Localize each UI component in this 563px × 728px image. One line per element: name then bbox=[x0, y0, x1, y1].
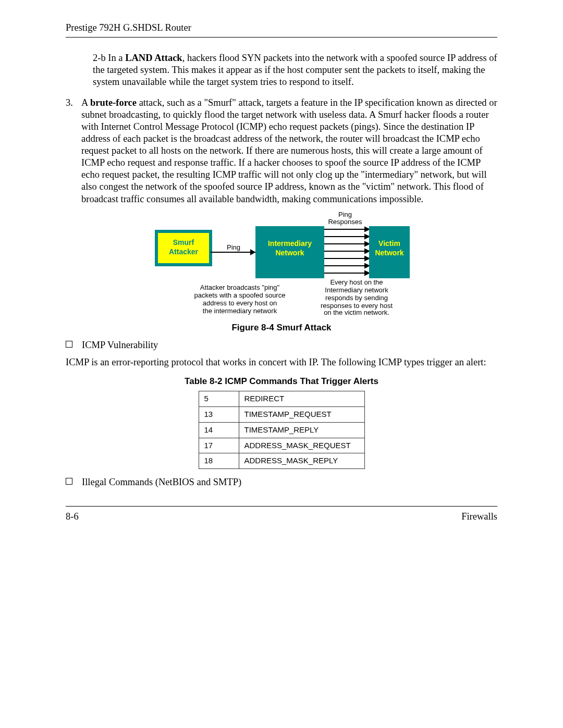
legend-left-4: the intermediary network bbox=[203, 307, 277, 315]
icmp-name: TIMESTAMP_REPLY bbox=[239, 422, 364, 438]
icmp-name: TIMESTAMP_REQUEST bbox=[239, 407, 364, 423]
table-row: 17ADDRESS_MASK_REQUEST bbox=[199, 438, 364, 453]
footer-section: Firewalls bbox=[461, 511, 497, 523]
paragraph-2b: 2-b In a LAND Attack, hackers flood SYN … bbox=[93, 52, 497, 88]
svg-marker-3 bbox=[365, 235, 369, 239]
legend-left-1: Attacker broadcasts "ping" bbox=[200, 283, 280, 291]
smurf-attacker-text2: Attacker bbox=[169, 248, 199, 256]
page-footer: 8-6 Firewalls bbox=[66, 506, 497, 523]
icmp-code: 18 bbox=[199, 453, 239, 469]
figure-caption: Figure 8-4 Smurf Attack bbox=[66, 322, 497, 333]
table-row: 14TIMESTAMP_REPLY bbox=[199, 422, 364, 438]
list-item-3: 3. A brute-force attack, such as a "Smur… bbox=[66, 97, 497, 205]
legend-left-2: packets with a spoofed source bbox=[194, 291, 286, 299]
bullet-square-icon bbox=[66, 478, 72, 485]
page: Prestige 792H G.SHDSL Router 2-b In a LA… bbox=[0, 0, 563, 728]
list-item-3-text: A brute-force attack, such as a "Smurf" … bbox=[81, 97, 497, 205]
svg-marker-11 bbox=[365, 264, 369, 268]
intermediary-text2: Network bbox=[275, 249, 304, 257]
icmp-code: 13 bbox=[199, 407, 239, 423]
list-item-3-number: 3. bbox=[66, 97, 81, 109]
icmp-description: ICMP is an error-reporting protocol that… bbox=[66, 356, 497, 368]
footer-page-number: 8-6 bbox=[66, 511, 79, 523]
icmp-table: 5REDIRECT13TIMESTAMP_REQUEST14TIMESTAMP_… bbox=[199, 391, 365, 469]
smurf-attacker-text1: Smurf bbox=[173, 238, 194, 246]
intermediary-text1: Intermediary bbox=[268, 239, 312, 248]
legend-right-5: on the victim network. bbox=[324, 309, 389, 315]
victim-text2: Network bbox=[375, 249, 403, 257]
svg-marker-7 bbox=[365, 249, 369, 253]
bullet-illegal-commands: Illegal Commands (NetBIOS and SMTP) bbox=[66, 476, 497, 488]
icmp-name: ADDRESS_MASK_REPLY bbox=[239, 453, 364, 469]
legend-left-3: address to every host on bbox=[203, 299, 277, 307]
item3-pre: A bbox=[81, 97, 90, 108]
table-row: 13TIMESTAMP_REQUEST bbox=[199, 407, 364, 423]
svg-marker-13 bbox=[365, 271, 369, 275]
icmp-name: ADDRESS_MASK_REQUEST bbox=[239, 438, 364, 453]
table-row: 18ADDRESS_MASK_REPLY bbox=[199, 453, 364, 469]
smurf-diagram-wrap: Ping Responses Smurf bbox=[66, 211, 497, 315]
legend-right-3: responds by sending bbox=[325, 294, 388, 302]
table-caption: Table 8-2 ICMP Commands That Trigger Ale… bbox=[66, 376, 497, 387]
bullet-icmp-vuln-text: ICMP Vulnerability bbox=[82, 339, 158, 351]
svg-marker-5 bbox=[365, 242, 369, 246]
para2b-bold: LAND Attack bbox=[125, 53, 182, 63]
bullet-square-icon bbox=[66, 341, 72, 348]
icmp-code: 17 bbox=[199, 438, 239, 453]
ping-responses-label-line2: Responses bbox=[328, 218, 362, 226]
legend-right-2: Intermediary network bbox=[325, 286, 388, 294]
response-arrows bbox=[324, 227, 369, 275]
running-header: Prestige 792H G.SHDSL Router bbox=[66, 22, 497, 38]
victim-text1: Victim bbox=[378, 239, 400, 248]
bullet-illegal-cmds-text: Illegal Commands (NetBIOS and SMTP) bbox=[82, 476, 241, 488]
bullet-icmp-vulnerability: ICMP Vulnerability bbox=[66, 339, 497, 351]
ping-label: Ping bbox=[227, 243, 240, 251]
icmp-name: REDIRECT bbox=[239, 391, 364, 407]
smurf-diagram: Ping Responses Smurf bbox=[151, 211, 412, 315]
item3-bold: brute-force bbox=[90, 97, 137, 108]
icmp-code: 14 bbox=[199, 422, 239, 438]
svg-marker-9 bbox=[365, 256, 369, 261]
svg-marker-1 bbox=[365, 227, 369, 231]
ping-arrow-head bbox=[250, 249, 255, 255]
legend-right-1: Every host on the bbox=[330, 278, 383, 286]
item3-post: attack, such as a "Smurf" attack, target… bbox=[81, 97, 497, 204]
para2b-prefix: 2-b In a bbox=[93, 53, 125, 63]
icmp-code: 5 bbox=[199, 391, 239, 407]
table-row: 5REDIRECT bbox=[199, 391, 364, 407]
ping-responses-label-line1: Ping bbox=[338, 211, 352, 218]
